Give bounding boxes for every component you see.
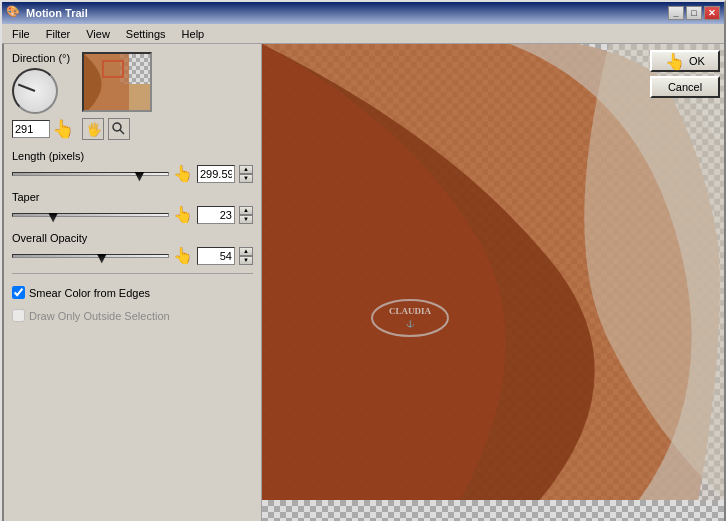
direction-group: Direction (°) 👆 <box>12 52 74 140</box>
length-slider-track[interactable] <box>12 166 169 182</box>
svg-line-3 <box>120 130 124 134</box>
draw-outside-checkbox-row: Draw Only Outside Selection <box>12 309 253 322</box>
taper-spin-down[interactable]: ▼ <box>239 215 253 224</box>
motion-trail-canvas <box>262 44 726 500</box>
length-spin-buttons: ▲ ▼ <box>239 165 253 183</box>
main-window: Direction (°) 👆 <box>2 44 726 521</box>
slider-group: Length (pixels) 👆 ▲ ▼ <box>12 150 253 265</box>
menu-file[interactable]: File <box>4 26 38 42</box>
svg-text:⚓: ⚓ <box>406 319 415 328</box>
menu-help[interactable]: Help <box>174 26 213 42</box>
opacity-label: Overall Opacity <box>12 232 253 244</box>
opacity-spin-up[interactable]: ▲ <box>239 247 253 256</box>
taper-spin-buttons: ▲ ▼ <box>239 206 253 224</box>
opacity-spin-buttons: ▲ ▼ <box>239 247 253 265</box>
top-controls: Direction (°) 👆 <box>12 52 253 140</box>
menu-filter[interactable]: Filter <box>38 26 78 42</box>
dial-needle <box>18 84 36 92</box>
title-icon: 🎨 <box>6 5 22 21</box>
watermark: CLAUDIA ⚓ <box>370 298 450 340</box>
action-buttons: 👆 OK Cancel <box>650 50 720 98</box>
menu-settings[interactable]: Settings <box>118 26 174 42</box>
thumbnail-svg <box>84 54 152 112</box>
title-bar-buttons: _ □ ✕ <box>668 6 720 20</box>
draw-outside-checkbox[interactable] <box>12 309 25 322</box>
minimize-button[interactable]: _ <box>668 6 684 20</box>
zoom-tool-icon[interactable] <box>108 118 130 140</box>
opacity-slider-thumb[interactable] <box>97 254 107 264</box>
taper-slider-bg <box>12 213 169 217</box>
opacity-hand-icon: 👆 <box>173 246 193 265</box>
taper-control: 👆 ▲ ▼ <box>12 205 253 224</box>
direction-input-row: 👆 <box>12 118 74 140</box>
direction-hand-icon: 👆 <box>52 118 74 140</box>
tool-icons: 🖐 <box>82 118 152 140</box>
title-bar: 🎨 Motion Trail _ □ ✕ <box>2 2 724 24</box>
svg-point-2 <box>113 123 121 131</box>
window-title: Motion Trail <box>26 7 668 19</box>
taper-param: Taper 👆 ▲ ▼ <box>12 191 253 224</box>
taper-slider-thumb[interactable] <box>48 213 58 223</box>
direction-dial[interactable] <box>12 68 58 114</box>
length-input[interactable] <box>197 165 235 183</box>
cancel-button[interactable]: Cancel <box>650 76 720 98</box>
taper-slider-track[interactable] <box>12 207 169 223</box>
length-slider-bg <box>12 172 169 176</box>
opacity-spin-down[interactable]: ▼ <box>239 256 253 265</box>
left-panel: Direction (°) 👆 <box>4 44 262 521</box>
svg-text:🖐: 🖐 <box>86 121 101 137</box>
direction-label: Direction (°) <box>12 52 74 64</box>
direction-input[interactable] <box>12 120 50 138</box>
taper-hand-icon: 👆 <box>173 205 193 224</box>
length-slider-thumb[interactable] <box>134 172 144 182</box>
length-param: Length (pixels) 👆 ▲ ▼ <box>12 150 253 183</box>
opacity-slider-bg <box>12 254 169 258</box>
length-hand-icon: 👆 <box>173 164 193 183</box>
thumbnail-preview <box>82 52 152 112</box>
length-control: 👆 ▲ ▼ <box>12 164 253 183</box>
ok-button[interactable]: 👆 OK <box>650 50 720 72</box>
canvas-area: CLAUDIA ⚓ <box>262 44 726 521</box>
opacity-control: 👆 ▲ ▼ <box>12 246 253 265</box>
separator-1 <box>12 273 253 274</box>
menu-bar: File Filter View Settings Help <box>2 24 724 44</box>
svg-text:CLAUDIA: CLAUDIA <box>389 306 432 316</box>
opacity-param: Overall Opacity 👆 ▲ ▼ <box>12 232 253 265</box>
smear-checkbox-row: Smear Color from Edges <box>12 286 253 299</box>
close-button[interactable]: ✕ <box>704 6 720 20</box>
smear-label[interactable]: Smear Color from Edges <box>29 287 150 299</box>
opacity-slider-track[interactable] <box>12 248 169 264</box>
maximize-button[interactable]: □ <box>686 6 702 20</box>
right-panel: 👆 OK Cancel <box>262 44 726 521</box>
length-spin-down[interactable]: ▼ <box>239 174 253 183</box>
smear-checkbox[interactable] <box>12 286 25 299</box>
draw-outside-label[interactable]: Draw Only Outside Selection <box>29 310 170 322</box>
opacity-input[interactable] <box>197 247 235 265</box>
pan-tool-icon[interactable]: 🖐 <box>82 118 104 140</box>
watermark-svg: CLAUDIA ⚓ <box>370 298 450 338</box>
length-spin-up[interactable]: ▲ <box>239 165 253 174</box>
taper-label: Taper <box>12 191 253 203</box>
taper-input[interactable] <box>197 206 235 224</box>
taper-spin-up[interactable]: ▲ <box>239 206 253 215</box>
menu-view[interactable]: View <box>78 26 118 42</box>
ok-hand-icon: 👆 <box>665 52 685 71</box>
length-label: Length (pixels) <box>12 150 253 162</box>
